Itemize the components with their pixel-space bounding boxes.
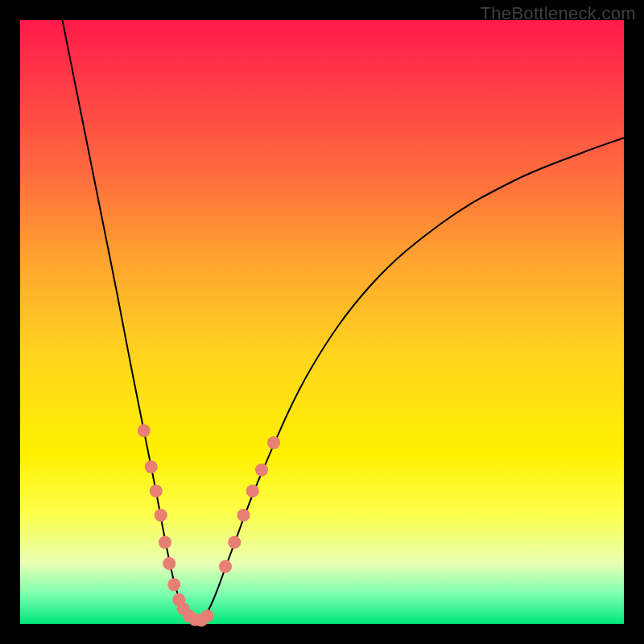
gradient-plot-area [20, 20, 624, 624]
watermark-text: TheBottleneck.com [481, 3, 636, 24]
